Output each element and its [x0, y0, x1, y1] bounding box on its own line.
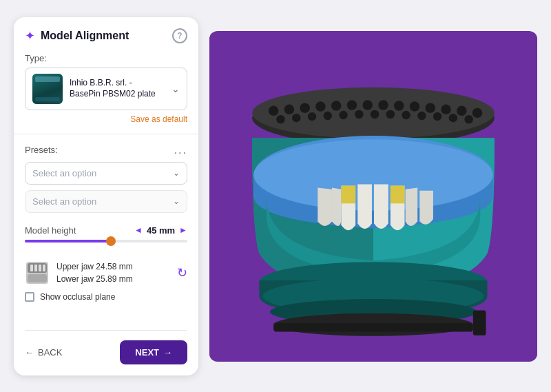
svg-point-21 [441, 104, 450, 114]
svg-point-17 [378, 100, 388, 110]
svg-point-26 [308, 112, 316, 120]
model-height-label: Model height [25, 225, 76, 236]
svg-point-32 [402, 110, 410, 118]
svg-rect-3 [30, 265, 33, 271]
height-decrease-button[interactable]: ◄ [134, 225, 143, 235]
slider-thumb[interactable] [106, 236, 116, 246]
back-arrow-icon: ← [25, 347, 34, 358]
type-value: Inhio B.B.R. srl. - BasePin PBSM02 plate [70, 78, 165, 99]
upper-jaw-value: Upper jaw 24.58 mm [56, 260, 170, 273]
help-label: ? [177, 31, 182, 41]
model-height-control: ◄ 45 mm ► [134, 225, 187, 236]
dropdown2-chevron-icon: ⌄ [173, 196, 180, 206]
height-value: 45 mm [147, 225, 175, 236]
type-selector[interactable]: Inhio B.B.R. srl. - BasePin PBSM02 plate… [25, 68, 187, 110]
preset-dropdown-1[interactable]: Select an option ⌄ [25, 162, 187, 185]
divider [14, 134, 198, 134]
type-label: Type: [25, 53, 187, 63]
left-panel: ✦ Model Alignment ? Type: Inhio B.B.R. s… [14, 17, 198, 375]
dropdown1-chevron-icon: ⌄ [173, 168, 180, 178]
jaw-text: Upper jaw 24.58 mm Lower jaw 25.89 mm [56, 260, 170, 285]
presets-more-button[interactable]: ... [174, 144, 187, 156]
back-label: BACK [38, 347, 62, 358]
svg-point-25 [292, 113, 300, 121]
refresh-icon[interactable]: ↻ [177, 265, 187, 280]
height-slider-track[interactable] [25, 240, 187, 243]
svg-rect-2 [28, 274, 47, 282]
svg-rect-43 [273, 323, 473, 331]
svg-point-27 [324, 111, 332, 119]
svg-point-12 [300, 103, 309, 112]
svg-point-29 [355, 110, 363, 118]
next-button[interactable]: NEXT → [120, 340, 187, 364]
svg-point-11 [284, 104, 294, 114]
svg-point-10 [269, 105, 278, 115]
help-icon[interactable]: ? [172, 28, 187, 43]
panel-footer: ← BACK NEXT → [25, 330, 187, 364]
svg-point-38 [253, 139, 493, 210]
svg-point-22 [457, 105, 466, 115]
svg-point-23 [472, 107, 482, 117]
svg-rect-44 [473, 310, 486, 335]
occlusal-checkbox[interactable] [25, 292, 34, 302]
svg-point-15 [347, 100, 357, 110]
panel-header: ✦ Model Alignment ? [25, 28, 187, 43]
svg-point-20 [426, 103, 435, 112]
svg-point-28 [339, 110, 347, 118]
svg-rect-4 [34, 265, 37, 271]
back-button[interactable]: ← BACK [25, 347, 62, 358]
svg-point-34 [433, 112, 441, 120]
model-alignment-icon: ✦ [25, 28, 35, 43]
svg-point-33 [417, 111, 426, 119]
svg-point-31 [386, 110, 395, 118]
model-height-section: Model height ◄ 45 mm ► [25, 225, 187, 252]
type-thumbnail [32, 74, 63, 104]
occlusal-label: Show occlusal plane [40, 292, 115, 302]
svg-point-19 [410, 101, 419, 111]
next-arrow-icon: → [163, 347, 172, 358]
jaw-info: Upper jaw 24.58 mm Lower jaw 25.89 mm ↻ [25, 260, 187, 285]
svg-point-24 [276, 115, 284, 123]
svg-point-35 [449, 113, 457, 121]
height-increase-button[interactable]: ► [179, 225, 187, 235]
slider-fill [25, 240, 114, 243]
type-chevron-icon: ⌄ [171, 83, 180, 94]
svg-point-18 [394, 101, 404, 110]
dental-3d-model [209, 31, 537, 362]
page-title: Model Alignment [41, 30, 129, 42]
lower-jaw-value: Lower jaw 25.89 mm [56, 273, 170, 285]
preset-dropdown-2[interactable]: Select an option ⌄ [25, 190, 187, 213]
svg-rect-6 [43, 265, 45, 271]
model-height-header: Model height ◄ 45 mm ► [25, 225, 187, 236]
presets-row: Presets: ... [25, 144, 187, 156]
preset-dropdown-2-value: Select an option [32, 196, 96, 207]
svg-rect-5 [39, 265, 41, 271]
svg-point-14 [331, 101, 341, 110]
presets-label: Presets: [25, 145, 58, 155]
title-group: ✦ Model Alignment [25, 28, 129, 43]
next-label: NEXT [135, 347, 159, 358]
svg-point-16 [362, 100, 372, 110]
svg-point-36 [464, 115, 472, 123]
right-panel [209, 31, 537, 362]
svg-point-13 [315, 101, 325, 111]
save-default-button[interactable]: Save as default [25, 114, 187, 124]
svg-point-30 [371, 110, 379, 118]
show-occlusal-row: Show occlusal plane [25, 292, 187, 302]
preset-dropdown-1-value: Select an option [32, 168, 96, 178]
jaw-icon [25, 260, 50, 285]
